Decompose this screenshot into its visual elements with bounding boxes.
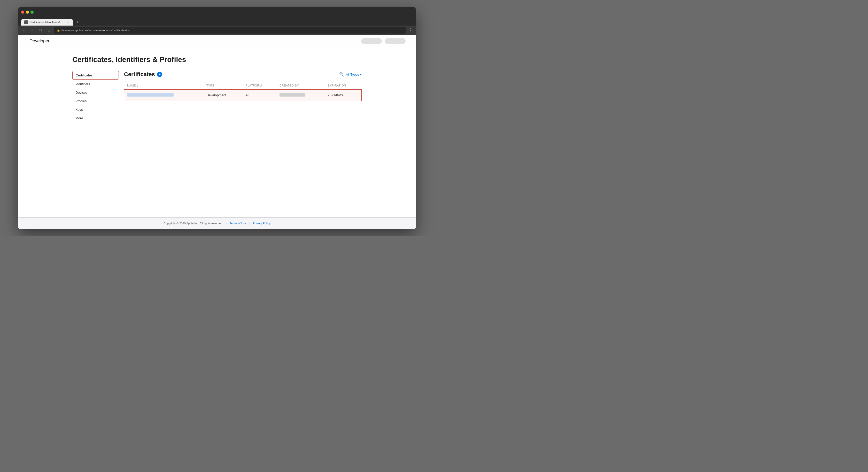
certificates-table: NAME ↓ TYPE PLATFORM CREATED BY EXPIRATI… <box>124 82 362 101</box>
active-tab[interactable]: Certificates, Identifiers & Profile… × <box>21 19 73 26</box>
content-layout: Certificates Identifiers Devices Profile… <box>72 71 362 123</box>
panel-title: Certificates <box>124 71 155 78</box>
site-footer: Copyright © 2020 Apple Inc. All rights r… <box>18 217 416 229</box>
forward-btn[interactable]: → <box>29 27 35 33</box>
header-pill-1 <box>361 38 382 44</box>
terms-of-use-link[interactable]: Terms of Use <box>230 222 246 225</box>
tab-title: Certificates, Identifiers & Profile… <box>29 21 65 24</box>
filter-row: 🔍 All Types ▾ <box>339 72 362 77</box>
page-title: Certificates, Identifiers & Profiles <box>72 56 362 64</box>
lock-icon: 🔒 <box>57 29 60 32</box>
add-certificate-btn[interactable]: + <box>157 72 162 77</box>
col-platform: PLATFORM <box>242 82 276 89</box>
sidebar: Certificates Identifiers Devices Profile… <box>72 71 119 123</box>
header-right <box>361 38 406 44</box>
address-bar: ← → ↻ ⌂ 🔒 developer.apple.com/account/re… <box>18 26 416 35</box>
table-body: Development All 2021/04/08 <box>124 89 362 101</box>
refresh-btn[interactable]: ↻ <box>38 27 43 33</box>
cell-platform: All <box>242 89 276 101</box>
maximize-btn[interactable] <box>30 10 34 14</box>
more-menu-btn[interactable]: ⋮ <box>408 27 413 33</box>
main-content-area: Certificates, Identifiers & Profiles Cer… <box>62 47 372 131</box>
page-content: Developer Certificates, Identifiers & Pr… <box>18 35 416 229</box>
copyright-text: Copyright © 2020 Apple Inc. All rights r… <box>163 222 223 225</box>
tab-close-btn[interactable]: × <box>66 21 70 24</box>
col-type: TYPE <box>203 82 242 89</box>
browser-chrome: Certificates, Identifiers & Profile… × +… <box>18 7 416 35</box>
panel-title-row: Certificates + <box>124 71 162 78</box>
sidebar-item-certificates[interactable]: Certificates <box>72 71 119 80</box>
panel-header: Certificates + 🔍 All Types ▾ <box>124 71 362 78</box>
sidebar-item-keys[interactable]: Keys <box>72 105 119 114</box>
title-bar <box>18 7 416 17</box>
table-header: NAME ↓ TYPE PLATFORM CREATED BY EXPIRATI… <box>124 82 362 89</box>
cell-created-by <box>276 89 325 101</box>
page-body: Certificates, Identifiers & Profiles Cer… <box>18 47 416 217</box>
sidebar-item-profiles[interactable]: Profiles <box>72 97 119 105</box>
header-pill-2 <box>385 38 406 44</box>
svg-rect-0 <box>24 21 28 24</box>
created-by-redacted <box>280 93 305 97</box>
all-types-filter[interactable]: All Types ▾ <box>346 72 362 76</box>
url-bar[interactable]: 🔒 developer.apple.com/account/resources/… <box>54 27 406 34</box>
developer-label: Developer <box>29 38 50 44</box>
home-btn[interactable]: ⌂ <box>46 27 52 33</box>
search-icon[interactable]: 🔍 <box>339 72 344 77</box>
sidebar-item-more[interactable]: More <box>72 114 119 122</box>
tab-bar: Certificates, Identifiers & Profile… × + <box>18 18 416 26</box>
main-panel: Certificates + 🔍 All Types ▾ <box>119 71 362 123</box>
traffic-lights <box>21 10 34 14</box>
back-btn[interactable]: ← <box>21 27 27 33</box>
new-tab-btn[interactable]: + <box>74 18 81 26</box>
col-created-by: CREATED BY <box>276 82 325 89</box>
site-header: Developer <box>18 35 416 47</box>
sidebar-item-identifiers[interactable]: Identifiers <box>72 80 119 88</box>
tab-favicon <box>24 21 28 24</box>
name-redacted <box>127 93 174 97</box>
col-name: NAME ↓ <box>124 82 203 89</box>
table-header-row: NAME ↓ TYPE PLATFORM CREATED BY EXPIRATI… <box>124 82 362 89</box>
cell-name <box>124 89 203 101</box>
sidebar-item-devices[interactable]: Devices <box>72 89 119 97</box>
table-row[interactable]: Development All 2021/04/08 <box>124 89 362 101</box>
cell-expiration: 2021/04/08 <box>325 89 362 101</box>
close-btn[interactable] <box>21 10 24 14</box>
cell-type: Development <box>203 89 242 101</box>
minimize-btn[interactable] <box>26 10 29 14</box>
privacy-policy-link[interactable]: Privacy Policy <box>253 222 270 225</box>
footer-separator-2: | <box>249 222 250 225</box>
url-text: developer.apple.com/account/resources/ce… <box>61 29 130 32</box>
col-expiration: EXPIRATION <box>325 82 362 89</box>
browser-window: Certificates, Identifiers & Profile… × +… <box>18 7 416 229</box>
footer-separator-1: · <box>226 222 227 225</box>
